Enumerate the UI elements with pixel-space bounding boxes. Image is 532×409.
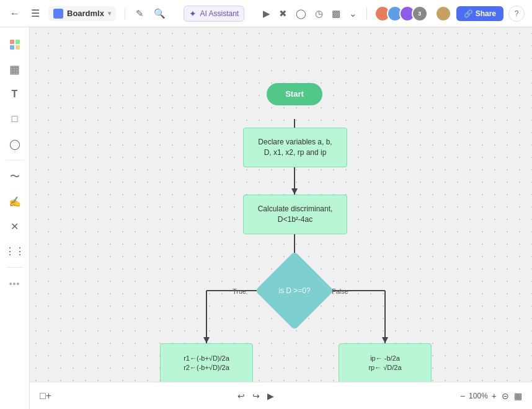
sidebar-item-curve[interactable]: 〜: [4, 165, 26, 188]
separator2: [366, 7, 367, 20]
add-page-icon: □+: [40, 390, 51, 401]
sticky-icon: □: [12, 113, 18, 125]
zoom-level: 100%: [469, 392, 488, 400]
help-icon: ?: [515, 9, 519, 18]
svg-marker-6: [291, 188, 298, 195]
canvas[interactable]: Start Declare variables a, b, D, x1, x2,…: [30, 27, 532, 409]
sidebar: ▦ T □ ◯ 〜 ✍ ✕ ⋮⋮ •••: [0, 27, 30, 409]
declare-label: Declare variables a, b, D, x1, x2, rp an…: [258, 137, 332, 158]
svg-rect-1: [16, 40, 20, 44]
sidebar-item-cross[interactable]: ✕: [4, 215, 26, 237]
download-icon-btn[interactable]: ⌄: [347, 6, 359, 21]
bottom-center: ↩ ↪ ▶: [237, 391, 274, 401]
curve-icon: 〜: [10, 170, 20, 183]
sidebar-item-draw[interactable]: ✍: [4, 190, 26, 213]
r1r2-node[interactable]: r1←(-b+√D)/2a r2←(-b+√D)/2a: [160, 343, 253, 383]
radial-icon-btn[interactable]: ✖: [277, 6, 289, 21]
diamond-label: is D >=0?: [278, 286, 310, 295]
table-icon: ⋮⋮: [5, 245, 25, 257]
brand-chevron: ▾: [108, 10, 111, 17]
start-node[interactable]: Start: [267, 83, 322, 105]
undo-button[interactable]: ↩: [237, 391, 245, 401]
pointer-icon-btn[interactable]: ▶: [261, 6, 272, 21]
topbar-center: ✦ AI Assistant: [184, 6, 244, 22]
false-label: False: [332, 288, 348, 295]
calc-node[interactable]: Calculate discriminant, D<1b²-4ac: [243, 195, 347, 234]
brand-name: Boardmlx: [67, 9, 104, 18]
text-icon: T: [12, 89, 18, 100]
svg-rect-3: [16, 45, 20, 50]
undo-icon: ↩: [237, 391, 245, 401]
svg-marker-11: [203, 337, 210, 343]
diamond-node[interactable]: is D >=0?: [267, 263, 322, 319]
avatar-count: 3: [412, 6, 428, 22]
ai-label: AI Assistant: [200, 9, 239, 18]
share-label: Share: [476, 9, 496, 18]
sidebar-item-palette[interactable]: [4, 33, 26, 56]
sidebar-divider2: [6, 267, 24, 268]
user-avatar[interactable]: [435, 6, 451, 22]
zoom-controls: − 100% +: [460, 391, 497, 401]
back-button[interactable]: ←: [7, 6, 22, 22]
declare-node[interactable]: Declare variables a, b, D, x1, x2, rp an…: [243, 128, 347, 167]
shape-icon: ◯: [9, 138, 20, 150]
start-label: Start: [285, 89, 304, 100]
topbar: ← ☰ Boardmlx ▾ ✎ 🔍 ✦ AI Assistant ▶ ✖ ◯ …: [0, 0, 532, 27]
cross-icon: ✕: [11, 221, 19, 232]
topbar-left: ← ☰ Boardmlx ▾ ✎ 🔍: [7, 5, 167, 22]
grid-view-button[interactable]: ▦: [514, 391, 522, 401]
zoom-out-icon: −: [460, 391, 465, 401]
zoom-in-button[interactable]: +: [492, 391, 497, 401]
svg-marker-14: [382, 337, 388, 343]
sidebar-item-more[interactable]: •••: [4, 273, 26, 295]
sidebar-item-text[interactable]: T: [4, 83, 26, 105]
bottom-left: □+: [40, 390, 51, 402]
flowchart: Start Declare variables a, b, D, x1, x2,…: [30, 27, 532, 409]
brand[interactable]: Boardmlx ▾: [48, 6, 116, 21]
fit-icon: ⊝: [502, 391, 509, 401]
brand-icon: [53, 9, 63, 19]
ip-node[interactable]: ip← -b/2a rp← √D/2a: [339, 343, 432, 383]
avatars: 3: [375, 6, 428, 22]
zoom-out-button[interactable]: −: [460, 391, 465, 401]
svg-rect-0: [10, 40, 14, 44]
pointer-icon: ▶: [267, 391, 274, 401]
svg-rect-2: [10, 45, 14, 50]
clock-icon-btn[interactable]: ◷: [313, 6, 325, 21]
topbar-right: ▶ ✖ ◯ ◷ ▩ ⌄ 3 🔗 Share ?: [261, 6, 525, 22]
circle-icon-btn[interactable]: ◯: [294, 6, 308, 21]
true-label: True: [233, 288, 246, 295]
sidebar-divider: [6, 160, 24, 161]
pointer-button[interactable]: ▶: [267, 391, 274, 401]
redo-icon: ↪: [252, 391, 260, 401]
ai-icon: ✦: [189, 9, 197, 19]
add-page-button[interactable]: □+: [40, 390, 51, 402]
menu-button[interactable]: ☰: [29, 5, 42, 22]
bottom-toolbar: □+ ↩ ↪ ▶ − 100% + ⊝ ▦: [30, 382, 532, 409]
search-button[interactable]: 🔍: [152, 6, 167, 21]
redo-button[interactable]: ↪: [252, 391, 260, 401]
r1r2-label: r1←(-b+√D)/2a r2←(-b+√D)/2a: [184, 354, 229, 373]
more-icon: •••: [9, 279, 20, 289]
sidebar-item-sticky[interactable]: □: [4, 108, 26, 130]
palette-icon: [9, 38, 21, 51]
grid-view-icon: ▦: [514, 391, 522, 401]
chart-icon-btn[interactable]: ▩: [330, 6, 342, 21]
separator: [125, 7, 125, 20]
fit-button[interactable]: ⊝: [502, 391, 509, 401]
zoom-in-icon: +: [492, 391, 497, 401]
ip-label: ip← -b/2a rp← √D/2a: [368, 354, 401, 373]
bottom-right: − 100% + ⊝ ▦: [460, 391, 522, 401]
share-icon: 🔗: [464, 9, 473, 18]
sidebar-item-table[interactable]: ⋮⋮: [4, 240, 26, 262]
share-button[interactable]: 🔗 Share: [456, 6, 503, 21]
sidebar-item-grid[interactable]: ▦: [4, 58, 26, 81]
ai-assistant-button[interactable]: ✦ AI Assistant: [184, 6, 244, 22]
draw-icon: ✍: [9, 196, 21, 208]
sidebar-item-shape[interactable]: ◯: [4, 133, 26, 155]
calc-label: Calculate discriminant, D<1b²-4ac: [258, 204, 333, 225]
grid-icon: ▦: [9, 63, 20, 76]
help-button[interactable]: ?: [508, 6, 525, 22]
pen-tool-button[interactable]: ✎: [134, 6, 146, 21]
